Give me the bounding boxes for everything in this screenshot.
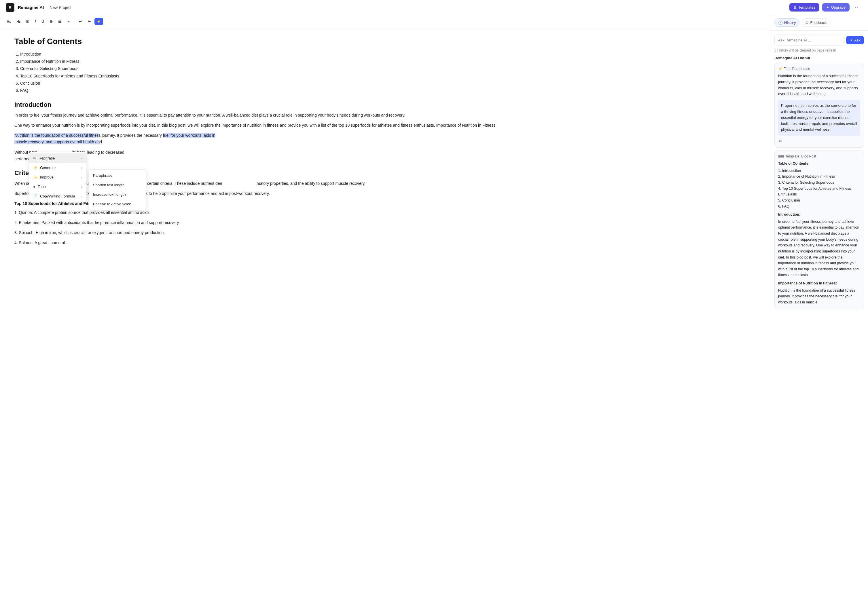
toc-title: Table of Contents	[14, 37, 756, 46]
highlighted-segment-1: Nutrition is the foundation of a success…	[14, 133, 99, 138]
ctx-shorten[interactable]: Shorten text length	[89, 180, 146, 190]
template-toc-item-6: 6. FAQ	[778, 204, 860, 210]
ctx-rephrase-label: Rephrase	[39, 156, 55, 160]
template-nutrition-text: Nutrition is the foundation of a success…	[778, 288, 860, 305]
tab-feedback-label: Feedback	[810, 20, 826, 25]
info-icon: ℹ	[774, 48, 776, 53]
generate-arrow: ›	[81, 166, 82, 170]
template-toc-item-2: 2. Importance of Nutrition in Fitness	[778, 173, 860, 179]
ai-button[interactable]: ⚡	[95, 18, 103, 25]
template-toc-item-5: 5. Conclusion	[778, 198, 860, 204]
ctx-paraphrase-label: Paraphrase	[93, 173, 112, 178]
ctx-tone[interactable]: ● Tone ›	[29, 182, 86, 192]
redo-button[interactable]: ↪	[85, 18, 93, 25]
ordered-list-button[interactable]: ≡	[65, 18, 72, 25]
toc-list: Introduction Importance of Nutrition in …	[14, 51, 756, 94]
editor-toolbar: H₁ H₂ B I U S ☰ ≡ ↩ ↪ ⚡	[0, 15, 770, 28]
star-icon: ✦	[826, 5, 829, 9]
tool-label: ⚡ Tool: Paraphrase	[778, 67, 860, 71]
bullet-list-button[interactable]: ☰	[56, 18, 64, 25]
improve-arrow: ›	[81, 176, 82, 179]
template-nutrition-title: Importance of Nutrition in Fitness:	[778, 280, 860, 286]
ctx-generate-label: Generate	[40, 166, 56, 170]
ctx-passive-active[interactable]: Passive to Active voice	[89, 199, 146, 209]
context-submenu: Paraphrase Shorten text length Increase …	[89, 169, 146, 210]
list-item: FAQ	[20, 87, 756, 94]
project-name: New Project	[50, 5, 71, 10]
history-icon: 🕐	[778, 20, 783, 25]
ctx-generate[interactable]: ⚡ Generate ›	[29, 163, 86, 172]
ctx-increase-label: Increase text length	[93, 192, 126, 196]
top-nav: R Remagine AI New Project ⊞ Templates ✦ …	[0, 0, 868, 15]
strikethrough-button[interactable]: S	[48, 18, 54, 25]
ctx-rephrase[interactable]: ✏ Rephrase ›	[29, 153, 86, 163]
top10-item-2: 2. Blueberries: Packed with antioxidants…	[14, 220, 756, 226]
lightning-icon: ⚡	[778, 67, 783, 71]
nav-left: R Remagine AI New Project	[6, 3, 71, 12]
ask-button[interactable]: ✦ Ask	[846, 36, 864, 44]
tone-arrow: ›	[81, 185, 82, 189]
improve-icon: ✨	[33, 175, 38, 179]
highlighted-segment-2: fuel for your workouts, aids in	[163, 133, 215, 138]
ctx-improve-label: Improve	[40, 175, 54, 179]
template-toc-title: Table of Contents	[778, 161, 860, 167]
more-button[interactable]: ⋯	[852, 3, 862, 12]
sidebar: 🕐 History ⊙ Feedback ✦ Ask ℹ History wil…	[770, 15, 868, 608]
rephrase-arrow: ›	[81, 156, 82, 160]
main-layout: H₁ H₂ B I U S ☰ ≡ ↩ ↪ ⚡ Table of Content…	[0, 15, 868, 608]
sidebar-tabs: 🕐 History ⊙ Feedback	[770, 15, 868, 31]
nav-right: ⊞ Templates ✦ Upgrade ⋯	[789, 3, 862, 12]
toolbar-divider	[74, 19, 74, 25]
tab-feedback[interactable]: ⊙ Feedback	[802, 19, 830, 27]
template-toc-item-1: 1. Introduction	[778, 168, 860, 174]
editor-content[interactable]: Table of Contents Introduction Importanc…	[0, 28, 770, 608]
templates-button[interactable]: ⊞ Templates	[789, 3, 819, 11]
italic-button[interactable]: I	[33, 18, 38, 25]
upgrade-button[interactable]: ✦ Upgrade	[822, 3, 849, 11]
ctx-shorten-label: Shorten text length	[93, 183, 124, 187]
ai-rephrase-text: Proper nutrition serves as the cornersto…	[781, 103, 857, 133]
copywriting-arrow: ›	[81, 195, 82, 198]
ctx-paraphrase[interactable]: Paraphrase	[89, 171, 146, 180]
sidebar-body: ✦ Ask ℹ History will be cleared on page …	[770, 31, 868, 608]
tab-history[interactable]: 🕐 History	[774, 19, 800, 27]
bold-button[interactable]: B	[24, 18, 31, 25]
template-intro-text: In order to fuel your fitness journey an…	[778, 219, 860, 278]
template-card: ⊞⊞ Template: Blog Post Table of Contents…	[774, 150, 864, 309]
ai-rephrase-box: Proper nutrition serves as the cornersto…	[778, 100, 860, 136]
template-label: ⊞⊞ Template: Blog Post	[778, 154, 860, 158]
intro-title: Introduction	[14, 101, 756, 108]
ask-input[interactable]	[774, 34, 844, 45]
list-item: Top 10 Superfoods for Athletes and Fitne…	[20, 73, 756, 80]
template-text: Table of Contents 1. Introduction 2. Imp…	[778, 161, 860, 305]
undo-button[interactable]: ↩	[77, 18, 84, 25]
intro-p2: One way to enhance your nutrition is by …	[14, 122, 756, 129]
editor-panel: H₁ H₂ B I U S ☰ ≡ ↩ ↪ ⚡ Table of Content…	[0, 15, 770, 608]
h2-button[interactable]: H₂	[14, 18, 22, 25]
highlighted-segment-3: muscle recovery, and supports overall he…	[14, 139, 100, 144]
ask-input-row: ✦ Ask	[774, 34, 864, 45]
context-menu-left: ✏ Rephrase › ⚡ Generate ›	[29, 152, 87, 203]
generate-icon: ⚡	[33, 166, 38, 170]
list-item: Introduction	[20, 51, 756, 58]
copy-button[interactable]: ⧉	[778, 138, 782, 144]
top10-item-3: 3. Spinach: High in iron, which is cruci…	[14, 229, 756, 236]
nutrition-para: Nutrition is the foundation of a success…	[14, 132, 756, 145]
app-name: Remagine AI	[18, 5, 44, 10]
ctx-improve[interactable]: ✨ Improve ›	[29, 172, 86, 182]
ctx-copywriting[interactable]: 📄 CopyWriting Formula ›	[29, 192, 86, 201]
list-item: Importance of Nutrition in Fitness	[20, 58, 756, 65]
ctx-increase[interactable]: Increase text length	[89, 190, 146, 199]
logo: R	[6, 3, 14, 12]
template-toc-item-4: 4. Top 10 Superfoods for Athletes and Fi…	[778, 186, 860, 198]
tone-icon: ●	[33, 184, 36, 189]
rephrase-icon: ✏	[33, 156, 36, 160]
h1-button[interactable]: H₁	[5, 18, 13, 25]
ai-original-text: Nutrition is the foundation of a success…	[778, 73, 860, 97]
underline-button[interactable]: U	[39, 18, 46, 25]
template-icon: ⊞⊞	[778, 154, 784, 158]
output-label: Remagine AI Output	[774, 56, 864, 60]
ai-output-card: ⚡ Tool: Paraphrase Nutrition is the foun…	[774, 63, 864, 148]
history-notice: ℹ History will be cleared on page refres…	[774, 48, 864, 53]
ctx-passive-active-label: Passive to Active voice	[93, 202, 131, 206]
